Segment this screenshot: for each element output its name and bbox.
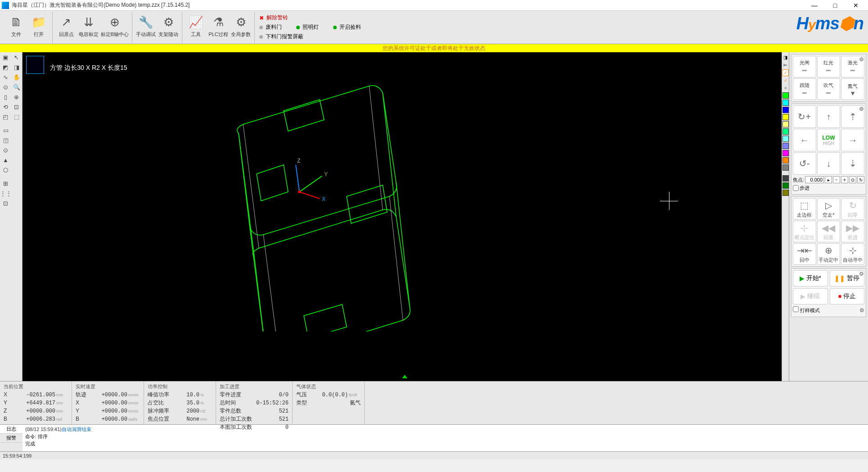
- focus-minus-button[interactable]: −: [833, 176, 840, 183]
- close-button[interactable]: ✕: [845, 0, 866, 11]
- z-down-button[interactable]: ⇣: [841, 152, 864, 175]
- jog-right-button[interactable]: →: [841, 129, 864, 151]
- jog-left-button[interactable]: ←: [793, 129, 816, 151]
- rotate-cw-button[interactable]: ↻+: [793, 105, 816, 128]
- color-yellow[interactable]: [782, 114, 789, 120]
- focus-go-button[interactable]: ▸: [825, 176, 832, 183]
- tool-d[interactable]: ◰: [0, 112, 11, 122]
- rotate-ccw-button[interactable]: ↺-: [793, 152, 816, 175]
- capacitance-button[interactable]: ⇊电容标定: [78, 12, 99, 41]
- rect-select-tool[interactable]: ◨: [11, 62, 23, 72]
- file-button[interactable]: 🗎文件: [5, 12, 27, 41]
- viewport[interactable]: 方管 边长30 X R2 X 长度15: [23, 52, 782, 381]
- focus-plus-button[interactable]: +: [841, 176, 848, 183]
- zoom-fit-tool[interactable]: ⊕: [11, 92, 23, 102]
- tools-button[interactable]: 📈工具: [185, 12, 207, 41]
- minimize-button[interactable]: —: [804, 0, 825, 11]
- home-button[interactable]: ↗回原点: [55, 12, 77, 41]
- point-tool[interactable]: ⊙: [0, 82, 11, 92]
- stop-button[interactable]: ■停止: [830, 288, 865, 304]
- manual-button[interactable]: 🔧手动调试: [135, 12, 157, 41]
- action-gear-icon[interactable]: ⚙: [859, 271, 864, 277]
- focus-refresh-button[interactable]: ↻: [857, 176, 864, 183]
- dry-run-button[interactable]: ▷空走*: [817, 198, 841, 220]
- pan-tool[interactable]: ✋: [11, 72, 23, 82]
- log-tab[interactable]: 日志: [0, 425, 23, 434]
- color-springgreen[interactable]: [782, 128, 789, 135]
- follow-button[interactable]: 跟随━: [793, 78, 816, 100]
- tool-k[interactable]: ⊞: [0, 178, 11, 188]
- tool-h[interactable]: ⊙: [0, 145, 11, 155]
- return-mid-button[interactable]: ⇥⇤回中: [793, 243, 816, 265]
- frame-button[interactable]: ⬚走边框: [793, 198, 816, 220]
- support-button[interactable]: ⚙支架随动: [158, 12, 179, 41]
- pointer-tool[interactable]: ↖: [11, 52, 23, 62]
- color-darkgreen[interactable]: [782, 182, 789, 189]
- color-olive[interactable]: [782, 190, 789, 196]
- manual-center-button[interactable]: ⊕手动定中: [817, 243, 841, 265]
- open-button[interactable]: 📁打开: [28, 12, 50, 41]
- return-mid-icon: ⇥⇤: [797, 245, 812, 256]
- shutter-button[interactable]: 光闸━: [793, 56, 816, 77]
- focus-reset-button[interactable]: ⊙: [849, 176, 856, 183]
- tool-a[interactable]: ▯: [0, 92, 11, 102]
- color-lightcyan[interactable]: [782, 136, 789, 142]
- jog-gear-icon[interactable]: ⚙: [859, 106, 864, 112]
- sample-mode-checkbox[interactable]: [793, 306, 799, 312]
- b-axis-button[interactable]: ⊕标定B轴中心: [100, 12, 129, 41]
- tool-m[interactable]: ⊡: [0, 198, 11, 208]
- maximize-button[interactable]: □: [825, 0, 845, 11]
- jog-up-button[interactable]: ↑: [817, 105, 841, 128]
- pause-icon: ❚❚: [834, 275, 845, 282]
- forward-button[interactable]: ▶▶前进: [841, 221, 864, 242]
- color-gray[interactable]: [782, 164, 789, 171]
- layer-check-icon[interactable]: ✓: [782, 69, 789, 76]
- tool-g[interactable]: ◫: [0, 135, 11, 145]
- alarm-tab[interactable]: 报警: [0, 434, 23, 443]
- canvas-handle[interactable]: [402, 375, 407, 378]
- plc-icon: ⚗: [213, 14, 224, 30]
- layer-check2-icon[interactable]: ✓: [782, 77, 789, 84]
- layer-show-icon[interactable]: ◨: [782, 54, 789, 61]
- tool-f[interactable]: ▭: [0, 125, 11, 135]
- plc-button[interactable]: ⚗PLC过程: [208, 12, 229, 41]
- sample-gear-icon[interactable]: ⚙: [859, 307, 864, 313]
- curve-tool[interactable]: ∿: [0, 72, 11, 82]
- global-button[interactable]: ⚙全局参数: [230, 12, 252, 41]
- breakpoint-button[interactable]: ⊹断点定位: [793, 221, 816, 242]
- tool-j[interactable]: ⬡: [0, 165, 11, 175]
- red-light-button[interactable]: 红光━: [817, 56, 841, 77]
- color-orange[interactable]: [782, 157, 789, 163]
- color-cyan[interactable]: [782, 100, 789, 106]
- blow-button[interactable]: 吹气━: [817, 78, 841, 100]
- focus-input[interactable]: [805, 176, 824, 183]
- step-checkbox[interactable]: [793, 185, 799, 191]
- start-button[interactable]: ▶开始*: [793, 270, 828, 286]
- clear-alarm-link[interactable]: 解除警铃: [267, 14, 288, 22]
- continue-button[interactable]: ▶继续: [793, 288, 828, 304]
- speed-toggle-button[interactable]: LOWHIGH: [817, 129, 841, 151]
- color-green[interactable]: [782, 92, 789, 99]
- color-magenta[interactable]: [782, 150, 789, 156]
- file-icon: 🗎: [10, 14, 22, 30]
- layer-x-icon[interactable]: ✕: [782, 85, 789, 91]
- return-zero-button[interactable]: ↻回零: [841, 198, 864, 220]
- tool-e[interactable]: ⬚: [11, 112, 23, 122]
- selection-tool[interactable]: ▣: [0, 52, 11, 62]
- auto-center-button[interactable]: ⊹自动寻中: [841, 243, 864, 265]
- zoom-tool[interactable]: 🔍: [11, 82, 23, 92]
- tool-l[interactable]: ⋮⋮: [0, 188, 11, 198]
- layer-lock-icon[interactable]: ⊢: [782, 62, 789, 68]
- jog-down-button[interactable]: ↓: [817, 152, 841, 175]
- color-blue[interactable]: [782, 107, 789, 113]
- color-lightyellow[interactable]: [782, 121, 789, 127]
- back-button[interactable]: ◀◀回退: [817, 221, 841, 242]
- section-gear-icon[interactable]: ⚙: [859, 56, 864, 63]
- nitrogen-button[interactable]: 氮气▼: [841, 78, 864, 100]
- color-darkgray[interactable]: [782, 175, 789, 182]
- node-tool[interactable]: ◩: [0, 62, 11, 72]
- color-lightblue[interactable]: [782, 143, 789, 149]
- tool-b[interactable]: ⟲: [0, 102, 11, 112]
- tool-i[interactable]: ▲: [0, 155, 11, 165]
- tool-c[interactable]: ⊡: [11, 102, 23, 112]
